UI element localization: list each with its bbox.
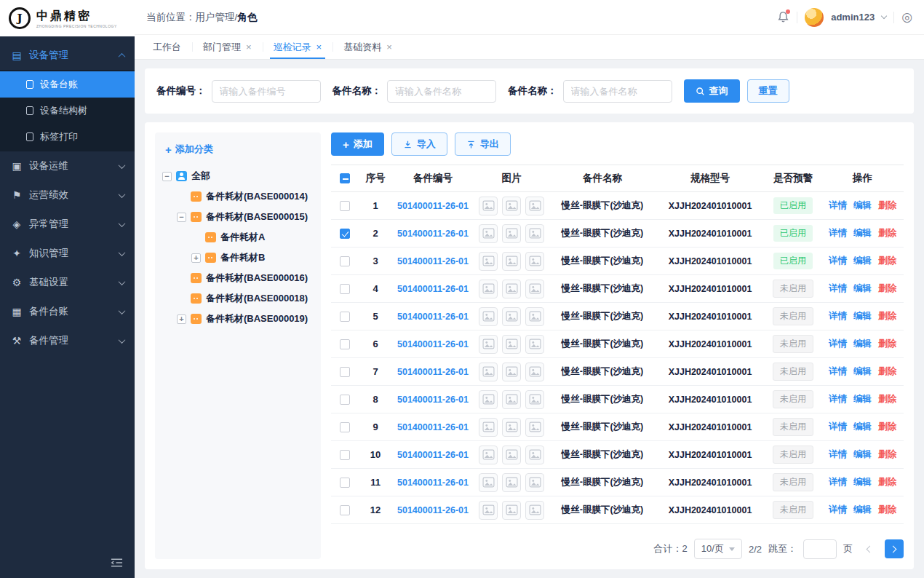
image-thumbnail[interactable]	[525, 307, 544, 326]
close-tab-icon[interactable]: ×	[316, 42, 322, 52]
search-button[interactable]: 查询	[684, 79, 740, 103]
part-code-link[interactable]: 501400011-26-01	[397, 450, 469, 460]
part-code-link[interactable]: 501400011-26-01	[397, 505, 469, 515]
tab-0[interactable]: 工作台	[142, 35, 192, 59]
image-thumbnail[interactable]	[502, 418, 521, 437]
avatar[interactable]	[805, 8, 824, 27]
image-thumbnail[interactable]	[479, 197, 498, 215]
image-thumbnail[interactable]	[502, 446, 521, 464]
tab-3[interactable]: 基础资料×	[332, 35, 403, 59]
import-button[interactable]: 导入	[391, 132, 447, 156]
row-checkbox[interactable]	[340, 339, 350, 349]
action-edit[interactable]: 编辑	[853, 393, 872, 405]
image-thumbnail[interactable]	[525, 390, 544, 409]
part-name-2-input[interactable]	[563, 80, 672, 103]
sidebar-subitem-device-ledger[interactable]: 设备台账	[0, 71, 135, 98]
image-thumbnail[interactable]	[479, 418, 498, 437]
image-thumbnail[interactable]	[502, 473, 521, 492]
part-code-link[interactable]: 501400011-26-01	[397, 312, 469, 322]
action-edit[interactable]: 编辑	[853, 365, 872, 378]
image-thumbnail[interactable]	[479, 473, 498, 492]
tree-node[interactable]: +备件耗材B	[162, 248, 314, 268]
action-edit[interactable]: 编辑	[853, 421, 872, 433]
expand-node-icon[interactable]: +	[177, 314, 186, 324]
image-thumbnail[interactable]	[479, 363, 498, 381]
part-code-link[interactable]: 501400011-26-01	[397, 201, 469, 211]
image-thumbnail[interactable]	[525, 224, 544, 243]
sidebar-item-spare-part-ledger[interactable]: ▦备件台账	[0, 297, 135, 326]
action-edit[interactable]: 编辑	[853, 338, 872, 350]
notification-icon[interactable]	[777, 11, 789, 23]
tree-node[interactable]: 备件耗材(BASE000016)	[162, 268, 314, 288]
tree-node[interactable]: −备件耗材(BASE000015)	[162, 207, 314, 227]
action-detail[interactable]: 详情	[829, 282, 847, 295]
image-thumbnail[interactable]	[525, 197, 544, 215]
image-thumbnail[interactable]	[479, 335, 498, 354]
action-edit[interactable]: 编辑	[853, 227, 872, 239]
page-size-select[interactable]: 10/页	[694, 539, 742, 559]
image-thumbnail[interactable]	[479, 446, 498, 464]
tree-node[interactable]: 备件耗材A	[162, 227, 314, 248]
action-delete[interactable]: 删除	[878, 476, 896, 488]
action-detail[interactable]: 详情	[829, 421, 847, 433]
prev-page-button[interactable]	[859, 539, 878, 558]
part-code-link[interactable]: 501400011-26-01	[397, 284, 469, 294]
part-code-link[interactable]: 501400011-26-01	[397, 339, 469, 349]
collapse-node-icon[interactable]: −	[177, 213, 186, 222]
image-thumbnail[interactable]	[502, 307, 521, 326]
close-tab-icon[interactable]: ×	[386, 42, 392, 52]
row-checkbox[interactable]	[340, 256, 350, 266]
collapse-node-icon[interactable]: −	[162, 172, 172, 181]
action-delete[interactable]: 删除	[878, 310, 896, 322]
image-thumbnail[interactable]	[525, 446, 544, 464]
jump-page-input[interactable]	[803, 539, 837, 559]
next-page-button[interactable]	[885, 539, 904, 558]
close-tab-icon[interactable]: ×	[246, 42, 252, 52]
action-detail[interactable]: 详情	[829, 255, 847, 267]
image-thumbnail[interactable]	[525, 418, 544, 437]
collapse-sidebar-icon[interactable]	[111, 558, 123, 568]
action-edit[interactable]: 编辑	[853, 199, 872, 212]
action-edit[interactable]: 编辑	[853, 310, 872, 322]
action-edit[interactable]: 编辑	[853, 448, 872, 461]
add-button[interactable]: + 添加	[331, 132, 384, 156]
part-code-link[interactable]: 501400011-26-01	[397, 256, 469, 266]
image-thumbnail[interactable]	[479, 390, 498, 409]
row-checkbox[interactable]	[340, 422, 350, 432]
image-thumbnail[interactable]	[502, 224, 521, 243]
action-detail[interactable]: 详情	[829, 365, 847, 378]
image-thumbnail[interactable]	[502, 335, 521, 354]
add-category-button[interactable]: + 添加分类	[165, 143, 314, 156]
image-thumbnail[interactable]	[479, 224, 498, 243]
reset-button[interactable]: 重置	[747, 79, 789, 103]
sidebar-item-spare-part-management[interactable]: ⚒备件管理	[0, 326, 135, 355]
part-code-link[interactable]: 501400011-26-01	[397, 478, 469, 488]
chevron-down-icon[interactable]	[881, 13, 887, 19]
image-thumbnail[interactable]	[479, 501, 498, 520]
row-checkbox[interactable]	[340, 395, 350, 405]
image-thumbnail[interactable]	[502, 363, 521, 381]
sidebar-item-basic-settings[interactable]: ⚙基础设置	[0, 268, 135, 297]
tab-1[interactable]: 部门管理×	[192, 35, 263, 59]
action-detail[interactable]: 详情	[829, 393, 847, 405]
image-thumbnail[interactable]	[525, 335, 544, 354]
action-edit[interactable]: 编辑	[853, 476, 872, 488]
action-detail[interactable]: 详情	[829, 199, 847, 212]
tree-node[interactable]: +备件耗材(BASE000019)	[162, 309, 314, 329]
image-thumbnail[interactable]	[479, 307, 498, 326]
sidebar-item-exception-management[interactable]: ◈异常管理	[0, 210, 135, 239]
tree-node[interactable]: −全部	[162, 166, 314, 186]
expand-node-icon[interactable]: +	[191, 253, 201, 263]
action-delete[interactable]: 删除	[878, 282, 896, 295]
action-delete[interactable]: 删除	[878, 365, 896, 378]
help-icon[interactable]: ◎	[901, 11, 912, 23]
action-detail[interactable]: 详情	[829, 448, 847, 461]
sidebar-subitem-device-structure-tree[interactable]: 设备结构树	[0, 98, 135, 124]
part-code-link[interactable]: 501400011-26-01	[397, 395, 469, 405]
image-thumbnail[interactable]	[525, 501, 544, 520]
part-code-link[interactable]: 501400011-26-01	[397, 367, 469, 377]
row-checkbox[interactable]	[340, 478, 350, 488]
username[interactable]: admin123	[831, 12, 875, 23]
sidebar-item-device-operations[interactable]: ▣设备运维	[0, 151, 135, 181]
sidebar-item-knowledge-management[interactable]: ✦知识管理	[0, 239, 135, 268]
